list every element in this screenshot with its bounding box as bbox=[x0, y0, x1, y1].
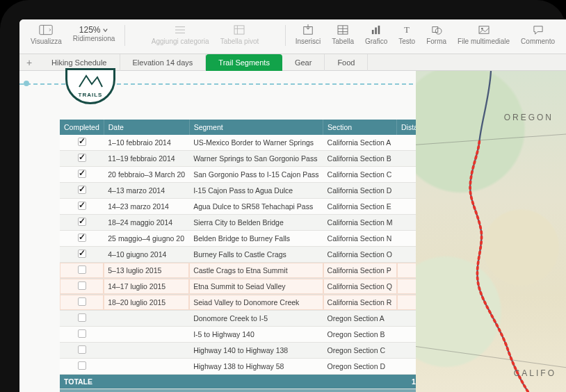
checkbox[interactable] bbox=[78, 250, 86, 258]
table-button[interactable]: Tabella bbox=[326, 24, 359, 45]
checkbox[interactable] bbox=[78, 266, 86, 274]
cell-completed[interactable] bbox=[60, 311, 104, 327]
cell-date[interactable]: 4–13 marzo 2014 bbox=[104, 183, 189, 199]
cell-completed[interactable] bbox=[60, 295, 104, 311]
table-row[interactable]: 18–20 luglio 2015Seiad Valley to Donomor… bbox=[60, 295, 434, 311]
pivot-table-button[interactable]: Tabella pivot bbox=[215, 24, 265, 45]
media-button[interactable]: File multimediale bbox=[452, 24, 515, 45]
cell-completed[interactable] bbox=[60, 215, 104, 231]
checkbox[interactable] bbox=[78, 170, 86, 178]
cell-section[interactable]: Oregon Section A bbox=[323, 311, 397, 327]
cell-date[interactable]: 1–10 febbraio 2014 bbox=[104, 135, 189, 151]
insert-button[interactable]: Inserisci bbox=[290, 24, 327, 45]
table-row[interactable]: 14–17 luglio 2015Etna Summit to Seiad Va… bbox=[60, 279, 434, 295]
cell-completed[interactable] bbox=[60, 135, 104, 151]
cell-completed[interactable] bbox=[60, 263, 104, 279]
sheet-tab[interactable]: Gear bbox=[282, 54, 325, 71]
cell-segment[interactable]: I-15 Cajon Pass to Agua Dulce bbox=[189, 183, 323, 199]
sheet-tab[interactable]: Food bbox=[325, 54, 368, 71]
trail-map[interactable]: OREGON CALIFO bbox=[416, 71, 566, 392]
checkbox[interactable] bbox=[78, 202, 86, 210]
cell-section[interactable]: California Section D bbox=[323, 183, 397, 199]
cell-segment[interactable]: Highway 138 to Highway 58 bbox=[189, 359, 323, 375]
table-row[interactable]: 1–10 febbraio 2014US-Mexico Border to Wa… bbox=[60, 135, 434, 151]
cell-segment[interactable]: Donomore Creek to I-5 bbox=[189, 311, 323, 327]
table-row[interactable]: 14–23 marzo 2014Agua Dulce to SR58 Tehac… bbox=[60, 199, 434, 215]
cell-section[interactable]: California Section P bbox=[323, 263, 397, 279]
shape-button[interactable]: Forma bbox=[421, 24, 452, 45]
cell-section[interactable]: California Section M bbox=[323, 215, 397, 231]
table-row[interactable]: Highway 138 to Highway 58Oregon Section … bbox=[60, 359, 434, 375]
cell-segment[interactable]: I-5 to Highway 140 bbox=[189, 327, 323, 343]
cell-segment[interactable]: San Gorgonio Pass to I-15 Cajon Pass bbox=[189, 167, 323, 183]
cell-section[interactable]: California Section A bbox=[323, 135, 397, 151]
cell-date[interactable]: 14–23 marzo 2014 bbox=[104, 199, 189, 215]
cell-segment[interactable]: Belden Bridge to Burney Falls bbox=[189, 231, 323, 247]
cell-completed[interactable] bbox=[60, 199, 104, 215]
cell-date[interactable]: 25 maggio–4 giugno 20 bbox=[104, 231, 189, 247]
cell-section[interactable]: California Section O bbox=[323, 247, 397, 263]
table-row[interactable]: I-5 to Highway 140Oregon Section B55 bbox=[60, 327, 434, 343]
cell-completed[interactable] bbox=[60, 151, 104, 167]
col-date[interactable]: Date bbox=[104, 120, 189, 135]
cell-segment[interactable]: Highway 140 to Highway 138 bbox=[189, 343, 323, 359]
cell-segment[interactable]: Burney Falls to Castle Crags bbox=[189, 247, 323, 263]
segments-table[interactable]: Completed Date Segment Section Distance … bbox=[60, 120, 435, 392]
cell-segment[interactable]: US-Mexico Border to Warner Springs bbox=[189, 135, 323, 151]
checkbox[interactable] bbox=[78, 313, 86, 322]
cell-section[interactable]: California Section C bbox=[323, 167, 397, 183]
cell-section[interactable]: Oregon Section D bbox=[323, 359, 397, 375]
text-button[interactable]: T Testo bbox=[393, 24, 421, 45]
cell-segment[interactable]: Agua Dulce to SR58 Tehachapi Pass bbox=[189, 199, 323, 215]
checkbox[interactable] bbox=[78, 281, 86, 290]
chart-button[interactable]: Grafico bbox=[359, 24, 393, 45]
cell-section[interactable]: California Section B bbox=[323, 151, 397, 167]
cell-completed[interactable] bbox=[60, 343, 104, 359]
table-row[interactable]: 20 febbraio–3 March 20San Gorgonio Pass … bbox=[60, 167, 434, 183]
checkbox[interactable] bbox=[78, 345, 86, 354]
table-row[interactable]: 4–13 marzo 2014I-15 Cajon Pass to Agua D… bbox=[60, 183, 434, 199]
cell-date[interactable]: 14–17 luglio 2015 bbox=[104, 279, 189, 295]
cell-section[interactable]: California Section R bbox=[323, 295, 397, 311]
cell-segment[interactable]: Sierra City to Belden Bridge bbox=[189, 215, 323, 231]
cell-completed[interactable] bbox=[60, 231, 104, 247]
cell-segment[interactable]: Seiad Valley to Donomore Creek bbox=[189, 295, 323, 311]
table-row[interactable]: 4–10 giugno 2014Burney Falls to Castle C… bbox=[60, 247, 434, 263]
table-row[interactable]: Donomore Creek to I-5Oregon Section A30 bbox=[60, 311, 434, 327]
cell-date[interactable] bbox=[104, 311, 189, 327]
col-section[interactable]: Section bbox=[323, 120, 397, 135]
table-row[interactable]: Highway 140 to Highway 138Oregon Section… bbox=[60, 343, 434, 359]
zoom-control[interactable]: 125% Ridimensiona bbox=[67, 24, 121, 42]
table-row[interactable]: 11–19 febbraio 2014Warner Springs to San… bbox=[60, 151, 434, 167]
table-row[interactable]: 5–13 luglio 2015Castle Crags to Etna Sum… bbox=[60, 263, 434, 279]
cell-section[interactable]: California Section N bbox=[323, 231, 397, 247]
checkbox[interactable] bbox=[78, 297, 86, 306]
checkbox[interactable] bbox=[78, 329, 86, 338]
cell-segment[interactable]: Warner Springs to San Gorgonio Pass bbox=[189, 151, 323, 167]
checkbox[interactable] bbox=[78, 234, 86, 242]
table-row[interactable]: 25 maggio–4 giugno 20Belden Bridge to Bu… bbox=[60, 231, 434, 247]
cell-date[interactable] bbox=[104, 343, 189, 359]
cell-segment[interactable]: Etna Summit to Seiad Valley bbox=[189, 279, 323, 295]
cell-section[interactable]: California Section Q bbox=[323, 279, 397, 295]
cell-date[interactable]: 4–10 giugno 2014 bbox=[104, 247, 189, 263]
checkbox[interactable] bbox=[78, 186, 86, 194]
cell-completed[interactable] bbox=[60, 167, 104, 183]
checkbox[interactable] bbox=[78, 361, 86, 370]
cell-completed[interactable] bbox=[60, 279, 104, 295]
table-row[interactable]: 18–24 maggio 2014Sierra City to Belden B… bbox=[60, 215, 434, 231]
sheet-tab[interactable]: Trail Segments bbox=[206, 54, 282, 71]
cell-completed[interactable] bbox=[60, 183, 104, 199]
cell-date[interactable]: 11–19 febbraio 2014 bbox=[104, 151, 189, 167]
cell-section[interactable]: Oregon Section C bbox=[323, 343, 397, 359]
col-segment[interactable]: Segment bbox=[189, 120, 323, 135]
spreadsheet-canvas[interactable]: TRAILS Completed Date Segment Section Di… bbox=[19, 71, 566, 392]
cell-date[interactable]: 20 febbraio–3 March 20 bbox=[104, 167, 189, 183]
cell-completed[interactable] bbox=[60, 247, 104, 263]
cell-completed[interactable] bbox=[60, 327, 104, 343]
cell-segment[interactable]: Castle Crags to Etna Summit bbox=[189, 263, 323, 279]
cell-date[interactable] bbox=[104, 327, 189, 343]
add-category-button[interactable]: Aggiungi categoria bbox=[146, 24, 215, 45]
sheet-tab[interactable]: Elevation 14 days bbox=[120, 54, 207, 71]
view-button[interactable]: Visualizza bbox=[25, 24, 67, 45]
